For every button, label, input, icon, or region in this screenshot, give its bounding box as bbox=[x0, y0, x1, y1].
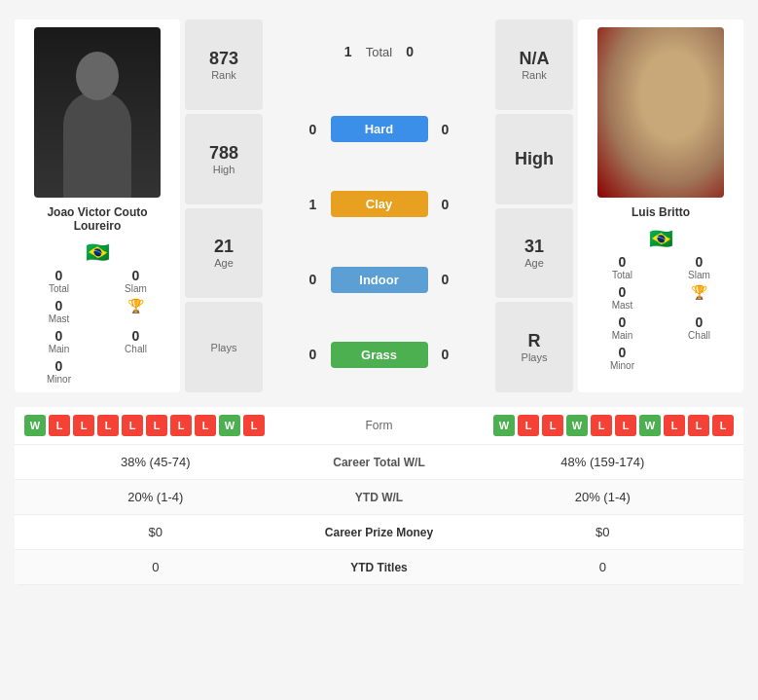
form-badge-left: W bbox=[24, 415, 46, 436]
stats-right-value: 20% (1-4) bbox=[477, 490, 730, 504]
form-badge-right: W bbox=[639, 415, 661, 436]
form-badge-right: L bbox=[688, 415, 709, 436]
court-row-clay: 1 Clay 0 bbox=[272, 191, 486, 217]
form-row: WLLLLLLLWL Form WLLWLLWLLL bbox=[15, 407, 743, 445]
stats-left-value: 38% (45-74) bbox=[29, 455, 282, 469]
left-main-cell: 0 Main bbox=[22, 328, 95, 354]
grass-button[interactable]: Grass bbox=[331, 342, 428, 368]
form-badge-left: L bbox=[146, 415, 167, 436]
form-badge-right: L bbox=[591, 415, 612, 436]
left-trophy-cell: 🏆 bbox=[99, 298, 172, 324]
plays-box-left: Plays bbox=[185, 302, 263, 392]
stats-left-value: 0 bbox=[29, 560, 282, 574]
right-mast-label: Mast bbox=[586, 300, 659, 311]
high-label-left: High bbox=[213, 164, 235, 175]
trophy-icon-left: 🏆 bbox=[127, 298, 144, 313]
right-player-name: Luis Britto bbox=[586, 205, 736, 219]
form-label: Form bbox=[321, 419, 438, 432]
right-total-value: 0 bbox=[586, 254, 659, 270]
stats-center-label: YTD W/L bbox=[282, 491, 477, 504]
form-badge-left: L bbox=[73, 415, 94, 436]
right-main-value: 0 bbox=[586, 314, 659, 330]
stats-right-value: 48% (159-174) bbox=[477, 455, 730, 469]
age-value-right: 31 bbox=[524, 237, 544, 257]
indoor-button[interactable]: Indoor bbox=[331, 267, 428, 293]
indoor-score-left: 0 bbox=[304, 272, 323, 287]
right-minor-value: 0 bbox=[586, 345, 659, 360]
plays-box-right: R Plays bbox=[495, 302, 573, 392]
stats-row: 20% (1-4) YTD W/L 20% (1-4) bbox=[15, 480, 743, 515]
rank-box-right: N/A Rank bbox=[495, 19, 573, 110]
left-slam-value: 0 bbox=[99, 268, 172, 283]
right-chall-cell: 0 Chall bbox=[663, 314, 736, 341]
left-chall-value: 0 bbox=[99, 328, 172, 344]
grass-score-left: 0 bbox=[304, 347, 323, 362]
left-total-cell: 0 Total bbox=[22, 268, 95, 294]
high-value-left: 788 bbox=[209, 143, 238, 164]
stats-rows: 38% (45-74) Career Total W/L 48% (159-17… bbox=[15, 445, 743, 585]
right-mast-cell: 0 Mast bbox=[586, 284, 659, 311]
age-label-right: Age bbox=[524, 257, 544, 269]
age-value-left: 21 bbox=[214, 237, 234, 257]
left-mast-cell: 0 Mast bbox=[22, 298, 95, 324]
rank-value-right: N/A bbox=[520, 49, 550, 69]
right-minor-label: Minor bbox=[586, 360, 659, 371]
hard-score-right: 0 bbox=[436, 122, 455, 137]
trophy-icon-right: 🏆 bbox=[691, 284, 707, 300]
hard-button[interactable]: Hard bbox=[331, 116, 428, 142]
left-trophy-row: 🏆 bbox=[99, 298, 172, 313]
high-box-right: High bbox=[495, 114, 573, 204]
high-box-left: 788 High bbox=[185, 114, 263, 204]
stats-center-label: Career Total W/L bbox=[282, 456, 477, 469]
right-minor-cell: 0 Minor bbox=[586, 345, 659, 371]
age-label-left: Age bbox=[214, 257, 234, 269]
form-badge-right: L bbox=[518, 415, 539, 436]
form-badge-right: W bbox=[493, 415, 515, 436]
stats-row: 38% (45-74) Career Total W/L 48% (159-17… bbox=[15, 445, 743, 480]
silhouette-head bbox=[76, 52, 119, 100]
total-label: Total bbox=[366, 45, 392, 59]
plays-value-right: R bbox=[528, 331, 541, 351]
hard-score-left: 0 bbox=[304, 122, 323, 137]
right-player-card: Luis Britto 🇧🇷 0 Total 0 Slam 0 Mast 🏆 bbox=[578, 19, 743, 392]
form-badge-right: W bbox=[566, 415, 588, 436]
left-player-flag: 🇧🇷 bbox=[22, 240, 172, 264]
indoor-score-right: 0 bbox=[436, 272, 455, 287]
stats-row: $0 Career Prize Money $0 bbox=[15, 515, 743, 550]
form-badges-right: WLLWLLWLLL bbox=[438, 415, 735, 436]
total-row: 1 Total 0 bbox=[272, 44, 486, 59]
right-mast-value: 0 bbox=[586, 284, 659, 300]
grass-score-right: 0 bbox=[436, 347, 455, 362]
left-player-avatar bbox=[34, 27, 161, 198]
form-badge-right: L bbox=[664, 415, 685, 436]
left-mast-value: 0 bbox=[22, 298, 95, 313]
high-value-right: High bbox=[515, 149, 554, 169]
left-slam-cell: 0 Slam bbox=[99, 268, 172, 294]
left-player-card: Joao Victor Couto Loureiro 🇧🇷 0 Total 0 … bbox=[15, 19, 180, 392]
left-chall-cell: 0 Chall bbox=[99, 328, 172, 354]
stats-right-value: $0 bbox=[477, 525, 730, 539]
stats-left-value: $0 bbox=[29, 525, 282, 539]
left-minor-label: Minor bbox=[22, 374, 95, 385]
stats-right-value: 0 bbox=[477, 560, 730, 574]
left-minor-cell: 0 Minor bbox=[22, 358, 95, 385]
total-score-left: 1 bbox=[339, 44, 358, 59]
left-main-label: Main bbox=[22, 344, 95, 354]
form-badge-left: L bbox=[122, 415, 143, 436]
right-main-label: Main bbox=[586, 330, 659, 341]
stats-center-label: YTD Titles bbox=[282, 561, 477, 574]
right-player-avatar bbox=[597, 27, 724, 198]
form-badge-left: L bbox=[195, 415, 216, 436]
silhouette-body bbox=[63, 91, 131, 198]
form-badge-left: W bbox=[219, 415, 240, 436]
form-badge-left: L bbox=[243, 415, 265, 436]
right-player-stats: 0 Total 0 Slam 0 Mast 🏆 0 bbox=[586, 254, 736, 371]
age-box-left: 21 Age bbox=[185, 208, 263, 299]
clay-button[interactable]: Clay bbox=[331, 191, 428, 217]
right-total-label: Total bbox=[586, 270, 659, 280]
left-middle-stats: 873 Rank 788 High 21 Age Plays bbox=[185, 19, 263, 392]
top-section: Joao Victor Couto Loureiro 🇧🇷 0 Total 0 … bbox=[10, 10, 748, 402]
stats-row: 0 YTD Titles 0 bbox=[15, 550, 743, 585]
right-total-cell: 0 Total bbox=[586, 254, 659, 280]
form-badge-left: L bbox=[97, 415, 119, 436]
